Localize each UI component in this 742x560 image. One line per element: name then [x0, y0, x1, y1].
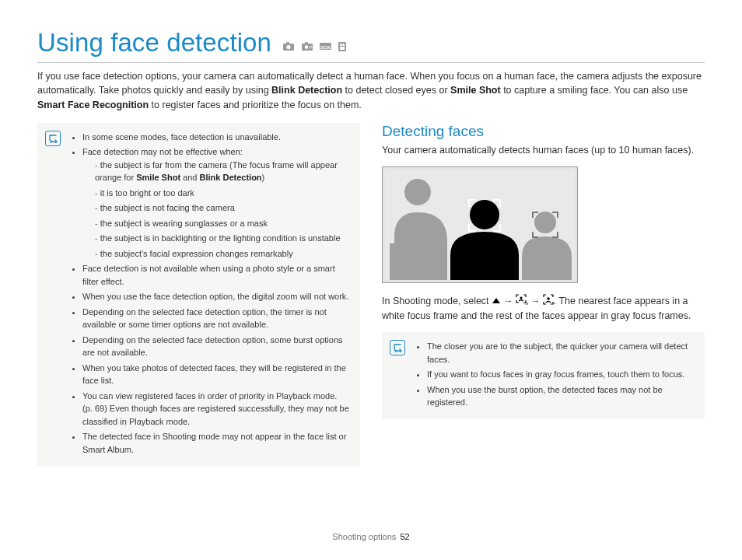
sub-item: the subject is wearing sunglasses or a m…: [95, 217, 349, 230]
scene-mode-icon: SCN: [320, 42, 331, 51]
note-item: Face detection may not be effective when…: [82, 145, 349, 260]
svg-rect-12: [340, 47, 345, 50]
note-item: When you use the burst option, the detec…: [427, 383, 694, 409]
camera-auto-icon: [283, 42, 294, 51]
section-intro: Your camera automatically detects human …: [382, 143, 705, 157]
notes-box-large: In some scene modes, face detection is u…: [37, 123, 360, 467]
camera-program-icon: P: [302, 42, 313, 51]
focus-frame-gray-right: [532, 212, 558, 238]
note-item: When you use the face detection option, …: [82, 290, 349, 303]
note-item: The detected face in Shooting mode may n…: [82, 430, 349, 456]
intro-text-2: to detect closed eyes or: [342, 85, 450, 96]
note-item: If you want to focus faces in gray focus…: [427, 368, 694, 381]
focus-frame-white: [468, 199, 501, 232]
note-item: Depending on the selected face detection…: [82, 334, 349, 359]
photo-inner: [385, 170, 575, 280]
svg-text:OFF: OFF: [525, 302, 528, 305]
page-footer: Shooting options 52: [0, 532, 742, 541]
intro-paragraph: If you use face detection options, your …: [37, 69, 705, 111]
footer-page-number: 52: [400, 532, 409, 541]
svg-point-13: [404, 179, 431, 205]
svg-point-5: [304, 45, 307, 48]
sub-item: the subject is not facing the camera: [95, 201, 349, 215]
notes-list-small: The closer you are to the subject, the q…: [415, 340, 694, 409]
note-item: Depending on the selected face detection…: [82, 306, 349, 331]
footer-section: Shooting options: [332, 532, 396, 541]
svg-rect-14: [390, 243, 397, 280]
section-heading: Detecting faces: [382, 123, 705, 140]
note-item: You can view registered faces in order o…: [82, 390, 349, 429]
svg-rect-10: [340, 44, 342, 46]
svg-rect-11: [343, 44, 345, 46]
note-item: When you take photos of detected faces, …: [82, 362, 349, 387]
intro-bold-1: Blink Detection: [271, 85, 342, 96]
mode-icons-group: P SCN: [283, 30, 346, 59]
notes-list: In some scene modes, face detection is u…: [70, 131, 349, 457]
svg-point-19: [547, 297, 550, 300]
svg-point-17: [520, 296, 522, 299]
note-item: In some scene modes, face detection is u…: [82, 131, 349, 144]
sub-item: the subject is in backlighting or the li…: [95, 232, 349, 245]
instruction-pre: In Shooting mode, select: [382, 296, 492, 306]
svg-text:P: P: [309, 45, 312, 50]
instruction-paragraph: In Shooting mode, select → OFF → . The n…: [382, 294, 705, 323]
svg-point-2: [287, 45, 291, 49]
svg-rect-4: [305, 42, 308, 44]
notes-box-small: The closer you are to the subject, the q…: [382, 332, 705, 419]
sub-item: the subject's facial expression changes …: [95, 247, 349, 261]
sub-item: it is too bright or too dark: [95, 187, 349, 200]
arrow-icon: →: [530, 296, 542, 306]
menu-up-icon: [492, 294, 501, 308]
title-text: Using face detection: [37, 28, 271, 57]
note-item: The closer you are to the subject, the q…: [427, 340, 694, 366]
note-icon: [390, 340, 405, 355]
intro-text-3: to capture a smiling face. You can also …: [501, 85, 688, 96]
note-icon: [45, 131, 61, 146]
svg-rect-1: [286, 42, 289, 44]
title-rule: [37, 62, 705, 63]
right-column: Detecting faces Your camera automaticall…: [382, 123, 705, 467]
note-item: Face detection is not available when usi…: [82, 262, 349, 288]
note-sublist: the subject is far from the camera (The …: [82, 159, 349, 261]
svg-text:SCN: SCN: [320, 45, 331, 50]
silhouette-person-left: [390, 175, 452, 280]
example-photo: [382, 166, 578, 283]
arrow-icon: →: [504, 296, 516, 306]
intro-text-4: to register faces and prioritize the foc…: [149, 100, 362, 110]
dual-mode-icon: [338, 42, 346, 51]
sub-item: the subject is far from the camera (The …: [95, 159, 349, 184]
page-title: Using face detection P SCN: [37, 28, 705, 59]
face-detect-normal-icon: [543, 294, 554, 309]
face-detect-off-icon: OFF: [516, 294, 528, 309]
left-column: In some scene modes, face detection is u…: [37, 123, 360, 467]
intro-bold-2: Smile Shot: [450, 85, 501, 96]
intro-bold-3: Smart Face Recognition: [37, 100, 149, 110]
